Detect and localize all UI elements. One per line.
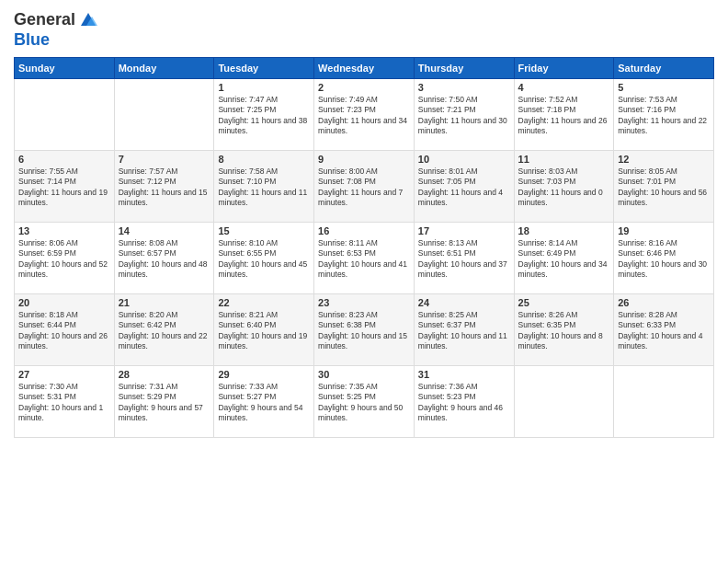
- day-info: Sunrise: 8:05 AM Sunset: 7:01 PM Dayligh…: [618, 167, 710, 209]
- day-cell: 24Sunrise: 8:25 AM Sunset: 6:37 PM Dayli…: [414, 293, 514, 365]
- day-cell: 1Sunrise: 7:47 AM Sunset: 7:25 PM Daylig…: [214, 78, 314, 150]
- day-cell: 29Sunrise: 7:33 AM Sunset: 5:27 PM Dayli…: [214, 365, 314, 437]
- day-info: Sunrise: 7:36 AM Sunset: 5:23 PM Dayligh…: [418, 382, 510, 424]
- day-number: 17: [418, 225, 510, 236]
- day-cell: [514, 365, 614, 437]
- day-info: Sunrise: 8:16 AM Sunset: 6:46 PM Dayligh…: [618, 238, 710, 281]
- day-cell: 5Sunrise: 7:53 AM Sunset: 7:16 PM Daylig…: [614, 78, 714, 150]
- day-cell: 30Sunrise: 7:35 AM Sunset: 5:25 PM Dayli…: [314, 365, 415, 437]
- day-cell: 26Sunrise: 8:28 AM Sunset: 6:33 PM Dayli…: [614, 293, 714, 365]
- day-number: 11: [518, 154, 610, 165]
- day-info: Sunrise: 8:20 AM Sunset: 6:42 PM Dayligh…: [119, 310, 210, 352]
- day-info: Sunrise: 8:03 AM Sunset: 7:03 PM Dayligh…: [518, 167, 610, 209]
- day-number: 21: [119, 297, 210, 308]
- logo-text: General: [14, 11, 75, 29]
- day-info: Sunrise: 8:14 AM Sunset: 6:49 PM Dayligh…: [518, 238, 610, 281]
- day-info: Sunrise: 7:31 AM Sunset: 5:29 PM Dayligh…: [119, 382, 210, 424]
- day-info: Sunrise: 8:13 AM Sunset: 6:51 PM Dayligh…: [418, 238, 510, 281]
- day-info: Sunrise: 7:33 AM Sunset: 5:27 PM Dayligh…: [218, 382, 310, 424]
- day-cell: 6Sunrise: 7:55 AM Sunset: 7:14 PM Daylig…: [15, 150, 115, 222]
- day-cell: 23Sunrise: 8:23 AM Sunset: 6:38 PM Dayli…: [314, 293, 415, 365]
- day-number: 19: [618, 225, 710, 236]
- day-info: Sunrise: 7:55 AM Sunset: 7:14 PM Dayligh…: [18, 167, 110, 209]
- day-info: Sunrise: 7:53 AM Sunset: 7:16 PM Dayligh…: [618, 95, 710, 137]
- page: General Blue SundayMondayTuesdayWednesda…: [0, 0, 728, 563]
- day-cell: 25Sunrise: 8:26 AM Sunset: 6:35 PM Dayli…: [514, 293, 614, 365]
- day-cell: 20Sunrise: 8:18 AM Sunset: 6:44 PM Dayli…: [15, 293, 115, 365]
- weekday-header-sunday: Sunday: [15, 57, 115, 78]
- day-info: Sunrise: 8:28 AM Sunset: 6:33 PM Dayligh…: [618, 310, 710, 352]
- day-number: 7: [119, 154, 210, 165]
- day-cell: 17Sunrise: 8:13 AM Sunset: 6:51 PM Dayli…: [414, 222, 514, 293]
- day-number: 15: [218, 225, 310, 236]
- day-number: 14: [119, 225, 210, 236]
- week-row-1: 1Sunrise: 7:47 AM Sunset: 7:25 PM Daylig…: [15, 78, 714, 150]
- day-info: Sunrise: 8:21 AM Sunset: 6:40 PM Dayligh…: [218, 310, 310, 352]
- day-info: Sunrise: 8:08 AM Sunset: 6:57 PM Dayligh…: [119, 238, 210, 281]
- day-cell: [114, 78, 214, 150]
- day-info: Sunrise: 8:10 AM Sunset: 6:55 PM Dayligh…: [218, 238, 310, 281]
- day-number: 4: [518, 82, 610, 93]
- week-row-3: 13Sunrise: 8:06 AM Sunset: 6:59 PM Dayli…: [15, 222, 714, 293]
- day-info: Sunrise: 7:47 AM Sunset: 7:25 PM Dayligh…: [218, 95, 310, 137]
- day-cell: 4Sunrise: 7:52 AM Sunset: 7:18 PM Daylig…: [514, 78, 614, 150]
- day-info: Sunrise: 8:18 AM Sunset: 6:44 PM Dayligh…: [18, 310, 110, 352]
- day-cell: 16Sunrise: 8:11 AM Sunset: 6:53 PM Dayli…: [314, 222, 415, 293]
- day-number: 31: [418, 369, 510, 380]
- day-number: 6: [18, 154, 110, 165]
- header: General Blue: [14, 9, 714, 50]
- day-cell: 14Sunrise: 8:08 AM Sunset: 6:57 PM Dayli…: [114, 222, 214, 293]
- day-info: Sunrise: 7:49 AM Sunset: 7:23 PM Dayligh…: [318, 95, 410, 137]
- day-cell: 18Sunrise: 8:14 AM Sunset: 6:49 PM Dayli…: [514, 222, 614, 293]
- day-number: 20: [18, 297, 110, 308]
- day-cell: 13Sunrise: 8:06 AM Sunset: 6:59 PM Dayli…: [15, 222, 115, 293]
- day-cell: 21Sunrise: 8:20 AM Sunset: 6:42 PM Dayli…: [114, 293, 214, 365]
- day-number: 22: [218, 297, 310, 308]
- day-cell: 2Sunrise: 7:49 AM Sunset: 7:23 PM Daylig…: [314, 78, 415, 150]
- logo-blue-text: Blue: [14, 31, 50, 50]
- weekday-header-thursday: Thursday: [414, 57, 514, 78]
- day-number: 13: [18, 225, 110, 236]
- day-cell: 22Sunrise: 8:21 AM Sunset: 6:40 PM Dayli…: [214, 293, 314, 365]
- day-number: 10: [418, 154, 510, 165]
- calendar-table: SundayMondayTuesdayWednesdayThursdayFrid…: [14, 57, 714, 438]
- day-info: Sunrise: 8:01 AM Sunset: 7:05 PM Dayligh…: [418, 167, 510, 209]
- day-number: 1: [218, 82, 310, 93]
- day-cell: 12Sunrise: 8:05 AM Sunset: 7:01 PM Dayli…: [614, 150, 714, 222]
- day-number: 16: [318, 225, 410, 236]
- day-info: Sunrise: 8:23 AM Sunset: 6:38 PM Dayligh…: [318, 310, 410, 352]
- day-number: 28: [119, 369, 210, 380]
- day-number: 18: [518, 225, 610, 236]
- week-row-5: 27Sunrise: 7:30 AM Sunset: 5:31 PM Dayli…: [15, 365, 714, 437]
- weekday-header-row: SundayMondayTuesdayWednesdayThursdayFrid…: [15, 57, 714, 78]
- day-cell: 15Sunrise: 8:10 AM Sunset: 6:55 PM Dayli…: [214, 222, 314, 293]
- day-number: 25: [518, 297, 610, 308]
- day-cell: [15, 78, 115, 150]
- day-number: 5: [618, 82, 710, 93]
- day-cell: [614, 365, 714, 437]
- day-info: Sunrise: 7:35 AM Sunset: 5:25 PM Dayligh…: [318, 382, 410, 424]
- day-info: Sunrise: 8:25 AM Sunset: 6:37 PM Dayligh…: [418, 310, 510, 352]
- day-cell: 28Sunrise: 7:31 AM Sunset: 5:29 PM Dayli…: [114, 365, 214, 437]
- week-row-2: 6Sunrise: 7:55 AM Sunset: 7:14 PM Daylig…: [15, 150, 714, 222]
- weekday-header-tuesday: Tuesday: [214, 57, 314, 78]
- weekday-header-monday: Monday: [114, 57, 214, 78]
- day-number: 8: [218, 154, 310, 165]
- day-number: 12: [618, 154, 710, 165]
- day-number: 30: [318, 369, 410, 380]
- day-info: Sunrise: 7:58 AM Sunset: 7:10 PM Dayligh…: [218, 167, 310, 209]
- day-info: Sunrise: 8:26 AM Sunset: 6:35 PM Dayligh…: [518, 310, 610, 352]
- day-info: Sunrise: 7:57 AM Sunset: 7:12 PM Dayligh…: [119, 167, 210, 209]
- week-row-4: 20Sunrise: 8:18 AM Sunset: 6:44 PM Dayli…: [15, 293, 714, 365]
- day-cell: 7Sunrise: 7:57 AM Sunset: 7:12 PM Daylig…: [114, 150, 214, 222]
- day-number: 9: [318, 154, 410, 165]
- day-cell: 9Sunrise: 8:00 AM Sunset: 7:08 PM Daylig…: [314, 150, 415, 222]
- day-info: Sunrise: 7:52 AM Sunset: 7:18 PM Dayligh…: [518, 95, 610, 137]
- day-number: 29: [218, 369, 310, 380]
- day-number: 27: [18, 369, 110, 380]
- day-info: Sunrise: 8:06 AM Sunset: 6:59 PM Dayligh…: [18, 238, 110, 281]
- weekday-header-friday: Friday: [514, 57, 614, 78]
- day-cell: 27Sunrise: 7:30 AM Sunset: 5:31 PM Dayli…: [15, 365, 115, 437]
- day-cell: 3Sunrise: 7:50 AM Sunset: 7:21 PM Daylig…: [414, 78, 514, 150]
- day-info: Sunrise: 7:50 AM Sunset: 7:21 PM Dayligh…: [418, 95, 510, 137]
